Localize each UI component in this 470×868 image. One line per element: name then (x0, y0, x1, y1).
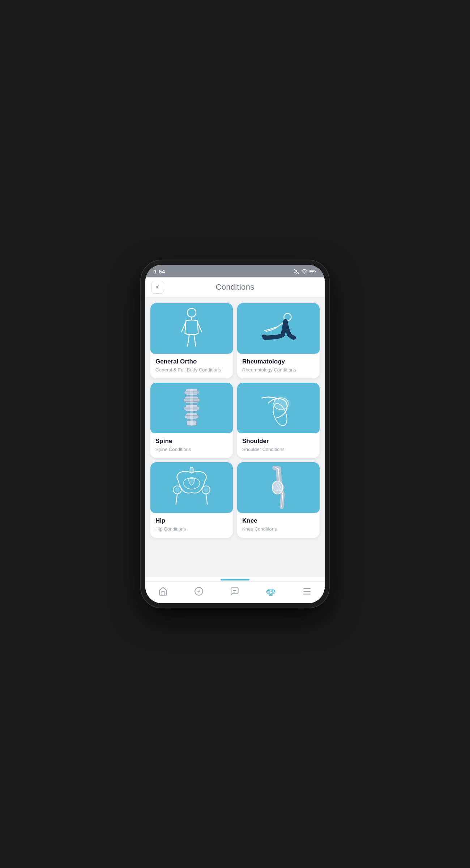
card-rheumatology[interactable]: Rheumatology Rheumatology Conditions (237, 303, 320, 378)
shoulder-icon (258, 386, 298, 430)
card-body-hip: Hip Hip Conditions (150, 513, 233, 537)
svg-line-28 (176, 494, 178, 505)
card-image-spine (150, 383, 233, 433)
card-subtitle-hip: Hip Conditions (155, 526, 228, 532)
card-body-knee: Knee Knee Conditions (237, 513, 320, 537)
svg-line-29 (206, 494, 208, 505)
conditions-grid: General Ortho General & Full Body Condit… (145, 297, 325, 577)
nav-menu[interactable] (296, 586, 317, 597)
card-subtitle-shoulder: Shoulder Conditions (242, 446, 315, 453)
wifi-icon (302, 269, 307, 274)
card-knee[interactable]: Knee Knee Conditions (237, 462, 320, 537)
card-image-rheumatology (237, 303, 320, 354)
svg-rect-2 (315, 271, 316, 272)
card-image-general-ortho (150, 303, 233, 354)
card-image-shoulder (237, 383, 320, 433)
card-title-general-ortho: General Ortho (155, 358, 228, 365)
card-body-rheumatology: Rheumatology Rheumatology Conditions (237, 354, 320, 378)
card-image-knee (237, 462, 320, 513)
stretch-icon (258, 307, 298, 350)
card-general-ortho[interactable]: General Ortho General & Full Body Condit… (150, 303, 233, 378)
card-shoulder[interactable]: Shoulder Shoulder Conditions (237, 383, 320, 458)
card-subtitle-general-ortho: General & Full Body Conditions (155, 367, 228, 373)
svg-point-25 (175, 488, 180, 492)
svg-point-23 (271, 395, 291, 412)
home-bar (221, 579, 249, 580)
card-body-shoulder: Shoulder Shoulder Conditions (237, 433, 320, 458)
card-subtitle-knee: Knee Conditions (242, 526, 315, 532)
card-title-spine: Spine (155, 438, 228, 445)
home-nav-icon (158, 587, 168, 596)
body-icon (175, 307, 208, 350)
svg-rect-30 (190, 468, 193, 473)
nav-wellness[interactable] (260, 585, 282, 597)
nav-tasks[interactable] (188, 585, 209, 597)
svg-point-10 (261, 335, 266, 337)
hip-icon (170, 466, 213, 509)
messages-nav-icon (230, 587, 239, 596)
silent-icon (294, 269, 299, 275)
status-icons (294, 269, 316, 275)
phone-screen: 1:54 < (145, 265, 325, 603)
card-image-hip (150, 462, 233, 513)
svg-line-8 (194, 335, 196, 346)
svg-rect-20 (190, 389, 193, 426)
page-title: Conditions (216, 282, 255, 292)
svg-point-31 (272, 481, 283, 494)
spine-icon (177, 386, 206, 430)
tasks-nav-icon (194, 587, 204, 596)
svg-line-7 (188, 335, 189, 346)
card-title-rheumatology: Rheumatology (242, 358, 315, 365)
card-title-knee: Knee (242, 517, 315, 524)
nav-messages[interactable] (224, 585, 245, 597)
nav-home[interactable] (153, 585, 174, 597)
card-title-shoulder: Shoulder (242, 438, 315, 445)
card-hip[interactable]: Hip Hip Conditions (150, 462, 233, 537)
card-title-hip: Hip (155, 517, 228, 524)
svg-rect-1 (310, 271, 314, 272)
page-header: < Conditions (145, 277, 325, 297)
card-spine[interactable]: Spine Spine Conditions (150, 383, 233, 458)
phone-frame: 1:54 < (141, 260, 329, 608)
knee-icon (260, 466, 296, 509)
home-indicator (145, 577, 325, 581)
battery-icon (309, 269, 316, 274)
card-body-spine: Spine Spine Conditions (150, 433, 233, 458)
card-body-general-ortho: General Ortho General & Full Body Condit… (150, 354, 233, 378)
menu-nav-icon (302, 587, 312, 595)
bottom-nav (145, 581, 325, 603)
svg-point-27 (204, 488, 208, 492)
status-time: 1:54 (154, 268, 165, 275)
status-bar: 1:54 (145, 265, 325, 277)
card-subtitle-spine: Spine Conditions (155, 446, 228, 453)
svg-point-3 (187, 309, 196, 317)
wellness-nav-icon (266, 587, 276, 596)
card-subtitle-rheumatology: Rheumatology Conditions (242, 367, 315, 373)
back-button[interactable]: < (151, 281, 164, 294)
